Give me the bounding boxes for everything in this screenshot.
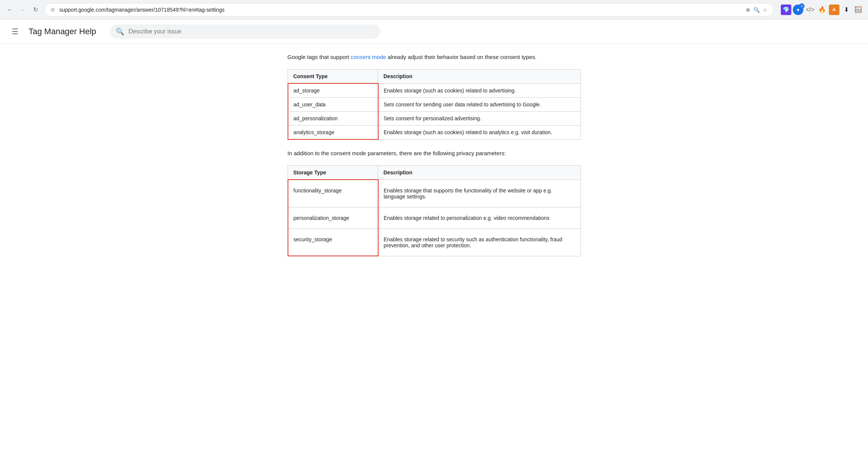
site-header: ☰ Tag Manager Help 🔍 <box>0 20 868 44</box>
ext-fire[interactable]: 🔥 <box>817 5 827 15</box>
consent-table-row: ad_personalizationSets consent for perso… <box>288 112 581 126</box>
bookmark-icon[interactable]: ☆ <box>763 7 768 13</box>
nav-buttons: ← → ↻ <box>5 5 41 15</box>
consent-table-row: ad_user_dataSets consent for sending use… <box>288 98 581 112</box>
storage-type-col-header: Storage Type <box>288 166 378 180</box>
ext-badge: 0 <box>799 3 804 9</box>
consent-type-cell: analytics_storage <box>288 126 378 140</box>
storage-desc-cell: Enables storage related to security such… <box>378 228 581 256</box>
ext-window[interactable]: 🪟 <box>853 5 863 15</box>
site-title: Tag Manager Help <box>29 27 96 36</box>
ext-download[interactable]: ⬇ <box>841 5 851 15</box>
forward-button[interactable]: → <box>17 5 28 15</box>
consent-table-header-row: Consent Type Description <box>288 70 581 84</box>
consent-type-cell: ad_personalization <box>288 112 378 126</box>
consent-desc-cell: Sets consent for sending user data relat… <box>378 98 581 112</box>
search-icon: 🔍 <box>116 27 124 36</box>
consent-mode-link[interactable]: consent mode <box>351 54 386 60</box>
url-text: support.google.com/tagmanager/answer/107… <box>59 7 743 13</box>
browser-chrome: ← → ↻ ⊙ support.google.com/tagmanager/an… <box>0 0 868 20</box>
storage-table-row: security_storageEnables storage related … <box>288 228 581 256</box>
between-text: In addition to the consent mode paramete… <box>288 149 581 158</box>
storage-type-table-wrapper: Storage Type Description functionality_s… <box>288 165 581 256</box>
intro-paragraph: Google tags that support consent mode al… <box>288 53 581 62</box>
address-bar[interactable]: ⊙ support.google.com/tagmanager/answer/1… <box>44 3 774 17</box>
storage-desc-col-header: Description <box>378 166 581 180</box>
consent-desc-cell: Sets consent for personalized advertisin… <box>378 112 581 126</box>
reload-button[interactable]: ↻ <box>30 5 41 15</box>
consent-desc-cell: Enables storage (such as cookies) relate… <box>378 126 581 140</box>
consent-table-row: analytics_storageEnables storage (such a… <box>288 126 581 140</box>
consent-type-cell: ad_storage <box>288 83 378 98</box>
ext-code[interactable]: </> <box>805 5 815 15</box>
hamburger-button[interactable]: ☰ <box>8 24 23 39</box>
consent-type-col-header: Consent Type <box>288 70 378 84</box>
page-content: Google tags that support consent mode al… <box>273 44 596 288</box>
ext-diamond[interactable]: 💎 <box>781 5 791 15</box>
storage-type-table: Storage Type Description functionality_s… <box>288 165 581 256</box>
consent-desc-col-header: Description <box>378 70 581 84</box>
storage-type-cell: functionality_storage <box>288 180 378 207</box>
consent-type-cell: ad_user_data <box>288 98 378 112</box>
search-input[interactable] <box>129 28 374 35</box>
storage-table-header-row: Storage Type Description <box>288 166 581 180</box>
consent-table-row: ad_storageEnables storage (such as cooki… <box>288 83 581 98</box>
storage-desc-cell: Enables storage that supports the functi… <box>378 180 581 207</box>
storage-table-row: functionality_storageEnables storage tha… <box>288 180 581 207</box>
security-icon: ⊙ <box>51 7 55 12</box>
zoom-icon[interactable]: 🔍 <box>753 7 760 13</box>
consent-type-table-wrapper: Consent Type Description ad_storageEnabl… <box>288 69 581 140</box>
back-button[interactable]: ← <box>5 5 15 15</box>
ext-orange-a[interactable]: A <box>829 5 839 15</box>
consent-type-table: Consent Type Description ad_storageEnabl… <box>288 69 581 140</box>
consent-desc-cell: Enables storage (such as cookies) relate… <box>378 83 581 98</box>
translate-icon[interactable]: ⊕ <box>746 7 750 13</box>
extension-icons: 💎 ● 0 </> 🔥 A ⬇ 🪟 <box>781 5 863 15</box>
storage-desc-cell: Enables storage related to personalizati… <box>378 207 581 228</box>
storage-table-row: personalization_storageEnables storage r… <box>288 207 581 228</box>
storage-type-cell: security_storage <box>288 228 378 256</box>
header-search-bar[interactable]: 🔍 <box>110 24 380 39</box>
ext-blue-circle[interactable]: ● 0 <box>793 5 803 15</box>
storage-type-cell: personalization_storage <box>288 207 378 228</box>
